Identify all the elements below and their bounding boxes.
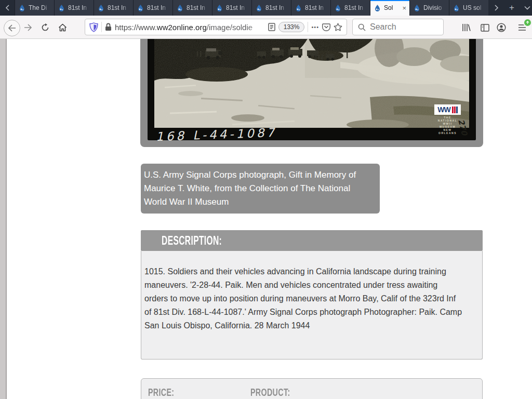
tab-label: 81st In: [108, 4, 130, 11]
photo-scene: [154, 39, 469, 128]
reload-button[interactable]: [37, 20, 53, 35]
tab-us-soldiers[interactable]: US sol: [449, 0, 488, 16]
home-icon: [58, 23, 67, 32]
description-heading: DESCRIPTION:: [141, 230, 483, 251]
reload-icon: [41, 23, 49, 32]
page-content: 168 L-44-1087 WW THE NATIONAL WWII MUSEU…: [0, 39, 532, 399]
tab-81st-infantry[interactable]: 81st In: [54, 0, 94, 16]
page-actions-button[interactable]: •••: [311, 24, 319, 30]
tab-label: US sol: [463, 4, 485, 11]
museum-watermark-lines: THE NATIONAL WWII MUSEUM NEW ORLEANS: [434, 116, 461, 135]
tracking-protection-shield-icon[interactable]: [89, 22, 98, 32]
tab-81st-infantry[interactable]: 81st In: [330, 0, 370, 16]
url-bar[interactable]: https://www.ww2online.org/image/soldie 1…: [85, 19, 347, 35]
new-tab-button[interactable]: +: [504, 0, 520, 16]
drupal-favicon-icon: [413, 4, 421, 12]
sidebar-toggle-button[interactable]: [477, 20, 493, 35]
url-domain: ww2online.org: [157, 23, 207, 32]
chevron-left-icon: [5, 5, 10, 11]
scroll-tabs-left-button[interactable]: [0, 0, 15, 16]
tab-label: 81st In: [187, 4, 209, 11]
museum-watermark: WW THE NATIONAL WWII MUSEUM NEW ORLEANS: [434, 104, 461, 135]
drupal-favicon-icon: [374, 4, 381, 12]
price-product-panel: PRICE: PRODUCT:: [141, 378, 483, 399]
tab-label: 81st In: [68, 4, 90, 11]
photograph-image[interactable]: [154, 39, 469, 128]
drupal-favicon-icon: [176, 4, 184, 12]
description-text: 1015. Soldiers and their vehicles advanc…: [141, 251, 483, 360]
drupal-favicon-icon: [58, 4, 65, 12]
menu-button[interactable]: [514, 20, 530, 35]
photo-frame: 168 L-44-1087 WW THE NATIONAL WWII MUSEU…: [140, 39, 483, 147]
wwii-logo-text: WW: [437, 106, 450, 113]
tab-81st-infantry[interactable]: 81st In: [172, 0, 212, 16]
tab-the-digital[interactable]: The Di: [15, 0, 54, 16]
list-all-tabs-button[interactable]: [520, 0, 532, 16]
tab-division[interactable]: Divisio: [409, 0, 449, 16]
film-annotation: 168 L-44-1087: [156, 126, 277, 143]
tab-bar: The Di 81st In 81st In 81st In 81st In 8…: [0, 0, 532, 16]
tab-label: Sol: [384, 4, 400, 11]
tab-81st-infantry[interactable]: 81st In: [291, 0, 330, 16]
chevron-down-icon: [524, 6, 530, 10]
library-icon: [462, 23, 471, 32]
url-path: /image/soldie: [207, 23, 252, 32]
scroll-tabs-right-button[interactable]: [488, 0, 504, 16]
tab-label: 81st In: [305, 4, 327, 11]
url-text[interactable]: https://www.ww2online.org/image/soldie: [115, 23, 265, 32]
chevron-right-icon: [494, 5, 499, 11]
drupal-favicon-icon: [18, 4, 26, 12]
forward-arrow-icon: [24, 24, 32, 31]
price-heading: PRICE:: [148, 386, 187, 398]
forward-button[interactable]: [20, 20, 36, 35]
search-placeholder: Search: [370, 22, 396, 32]
background-window-edge: [0, 39, 7, 399]
divider: [308, 22, 308, 32]
zoom-level-indicator[interactable]: 133%: [278, 22, 305, 32]
url-scheme: https://www.: [115, 23, 157, 32]
back-button[interactable]: [4, 20, 20, 36]
pocket-save-icon[interactable]: [322, 23, 330, 31]
tab-soldiers-active[interactable]: Sol ×: [370, 0, 409, 16]
wwii-logo-stripes-icon: [452, 107, 458, 113]
tab-81st-infantry[interactable]: 81st In: [251, 0, 291, 16]
library-button[interactable]: [458, 20, 474, 35]
close-tab-icon[interactable]: ×: [402, 5, 406, 11]
account-button[interactable]: [494, 20, 509, 35]
home-button[interactable]: [55, 20, 70, 35]
reader-mode-icon[interactable]: [268, 23, 275, 31]
tab-81st-infantry[interactable]: 81st In: [212, 0, 251, 16]
sidebar-icon: [481, 24, 489, 32]
drupal-favicon-icon: [97, 4, 105, 12]
tab-label: 81st In: [226, 4, 248, 11]
photo-film-border: 168 L-44-1087 WW THE NATIONAL WWII MUSEU…: [148, 39, 476, 140]
lock-icon[interactable]: [105, 23, 112, 31]
tab-label: Divisio: [423, 4, 446, 11]
photo-credit-caption: U.S. Army Signal Corps photograph, Gift …: [141, 164, 380, 214]
drupal-favicon-icon: [137, 4, 144, 12]
drupal-favicon-icon: [255, 4, 263, 12]
search-icon: [358, 23, 366, 31]
description-heading-text: DESCRIPTION:: [162, 230, 222, 251]
tab-label: The Di: [29, 4, 51, 11]
drupal-favicon-icon: [334, 4, 342, 12]
tab-bar-controls: +: [488, 0, 532, 16]
drupal-favicon-icon: [216, 4, 223, 12]
drupal-favicon-icon: [295, 4, 302, 12]
update-available-badge: [523, 18, 532, 27]
tab-81st-infantry[interactable]: 81st In: [133, 0, 172, 16]
bookmark-star-icon[interactable]: [334, 23, 342, 31]
product-heading: PRODUCT:: [250, 386, 309, 398]
arrow-up-icon: [526, 21, 529, 24]
tab-81st-infantry[interactable]: 81st In: [94, 0, 133, 16]
browser-window: The Di 81st In 81st In 81st In 81st In 8…: [0, 0, 532, 399]
tab-label: 81st In: [344, 4, 367, 11]
back-arrow-icon: [8, 24, 16, 32]
divider: [101, 22, 102, 32]
navigation-toolbar: https://www.ww2online.org/image/soldie 1…: [0, 16, 532, 39]
account-icon: [497, 23, 506, 32]
drupal-favicon-icon: [453, 4, 460, 12]
tab-label: 81st In: [265, 4, 288, 11]
tab-label: 81st In: [147, 4, 169, 11]
search-bar[interactable]: Search: [352, 19, 444, 35]
